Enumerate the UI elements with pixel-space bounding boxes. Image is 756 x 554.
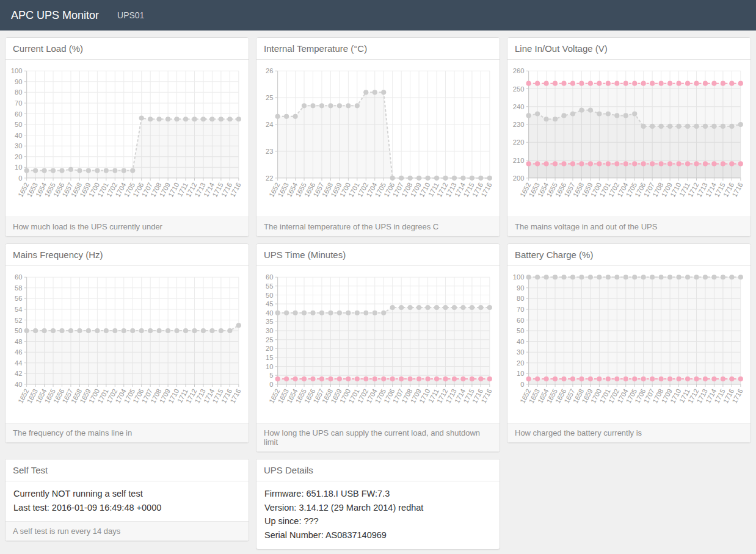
panel-battery-charge: Battery Charge (%) 010203040506070809010… [507,243,751,443]
svg-text:48: 48 [15,338,22,345]
panel-title-internal-temperature: Internal Temperature (°C) [256,38,500,60]
panel-caption-line-voltage: The mains voltage in and out of the UPS [507,217,751,236]
svg-text:58: 58 [15,284,22,292]
svg-text:250: 250 [513,85,525,93]
svg-text:30: 30 [15,142,22,149]
svg-text:22: 22 [266,174,273,182]
svg-text:0: 0 [18,174,22,182]
panel-caption-internal-temperature: The internal temperature of the UPS in d… [256,217,500,236]
svg-text:70: 70 [517,306,524,313]
app-title: APC UPS Monitor [11,9,99,22]
panel-ups-details: UPS Details Firmware: 651.18.I USB FW:7.… [256,459,500,549]
svg-text:52: 52 [15,317,22,324]
svg-text:80: 80 [517,295,524,303]
svg-text:24: 24 [266,121,273,128]
panel-line-voltage: Line In/Out Voltage (V) 2002102202302402… [507,37,751,237]
mains-frequency-chart: 4042444648505254565860165216531654165516… [8,271,244,423]
svg-text:50: 50 [517,327,524,334]
svg-text:60: 60 [15,273,22,281]
svg-text:46: 46 [15,348,22,356]
svg-text:20: 20 [517,359,524,367]
svg-text:10: 10 [15,164,22,171]
svg-text:90: 90 [15,78,22,85]
ups-details-up-since: Up since: ??? [264,515,492,528]
panel-self-test: Self Test Currently NOT running a self t… [5,459,249,541]
svg-text:15: 15 [266,354,273,361]
panel-caption-self-test: A self test is run every 14 days [5,521,249,541]
panel-caption-ups-time: How long the UPS can supply the current … [256,423,500,451]
svg-text:23: 23 [266,148,273,155]
svg-text:80: 80 [15,88,22,96]
svg-text:70: 70 [15,99,22,107]
panel-title-battery-charge: Battery Charge (%) [507,244,751,266]
ups-details-firmware: Firmware: 651.18.I USB FW:7.3 [264,487,492,500]
svg-text:100: 100 [513,273,525,281]
svg-text:40: 40 [266,309,273,317]
panel-body: 4042444648505254565860165216531654165516… [5,266,249,423]
svg-text:20: 20 [266,345,273,353]
line-voltage-chart: 2002102202302402502601652165316541655165… [510,65,746,217]
panel-mains-frequency: Mains Frequency (Hz) 4042444648505254565… [5,243,249,443]
ups-details-body: Firmware: 651.18.I USB FW:7.3 Version: 3… [256,481,500,549]
svg-text:50: 50 [15,121,22,128]
svg-text:30: 30 [517,348,524,356]
svg-text:10: 10 [266,363,273,370]
panel-body: 0510152025303540455055601652165316541655… [256,266,500,423]
nav-item-ups01[interactable]: UPS01 [117,10,144,20]
svg-text:10: 10 [517,370,524,378]
panel-body: 2002102202302402502601652165316541655165… [507,60,751,217]
panel-title-mains-frequency: Mains Frequency (Hz) [5,244,249,266]
svg-text:35: 35 [266,318,273,326]
svg-text:60: 60 [517,317,524,324]
svg-text:200: 200 [513,174,525,182]
svg-text:0: 0 [520,381,524,388]
svg-text:20: 20 [15,153,22,160]
svg-text:45: 45 [266,300,273,308]
panel-title-self-test: Self Test [5,459,249,481]
svg-text:240: 240 [513,103,525,110]
page-footer: Theme built with ♥ by Keen IO [0,550,756,554]
internal-temperature-chart: 2223242526165216531654165516561657165816… [259,65,495,217]
svg-text:55: 55 [266,282,273,290]
panel-current-load: Current Load (%) 01020304050607080901001… [5,37,249,237]
svg-text:40: 40 [517,338,524,345]
panel-title-ups-time: UPS Time (Minutes) [256,244,500,266]
panel-title-ups-details: UPS Details [256,459,500,481]
ups-details-version: Version: 3.14.12 (29 March 2014) redhat [264,502,492,514]
svg-text:25: 25 [266,94,273,101]
svg-text:50: 50 [15,327,22,334]
svg-text:40: 40 [15,381,22,388]
panel-ups-time: UPS Time (Minutes) 051015202530354045505… [256,243,500,452]
navbar: APC UPS Monitor UPS01 [0,0,756,31]
svg-text:210: 210 [513,157,525,164]
panel-body: 0102030405060708090100165216531654165516… [507,266,751,423]
ups-details-serial-number: Serial Number: AS0837140969 [264,529,492,542]
self-test-body: Currently NOT running a self test Last t… [5,481,249,521]
svg-text:50: 50 [266,292,273,299]
svg-text:260: 260 [513,67,525,74]
svg-text:26: 26 [266,67,273,74]
panel-caption-battery-charge: How charged the battery currently is [507,423,751,442]
panel-title-current-load: Current Load (%) [5,38,249,60]
current-load-chart: 0102030405060708090100165216531654165516… [8,65,244,217]
svg-text:230: 230 [513,121,525,128]
panel-body: 2223242526165216531654165516561657165816… [256,60,500,217]
panel-caption-current-load: How much load is the UPS currently under [5,217,249,236]
panel-body: 0102030405060708090100165216531654165516… [5,60,249,217]
svg-text:60: 60 [266,273,273,281]
self-test-status: Currently NOT running a self test [13,487,241,500]
svg-text:90: 90 [517,284,524,292]
svg-text:30: 30 [266,327,273,334]
svg-text:56: 56 [15,295,22,303]
svg-text:54: 54 [15,306,22,313]
svg-text:25: 25 [266,336,273,344]
svg-text:60: 60 [15,110,22,118]
panel-internal-temperature: Internal Temperature (°C) 22232425261652… [256,37,500,237]
battery-charge-chart: 0102030405060708090100165216531654165516… [510,271,746,423]
svg-text:220: 220 [513,138,525,146]
svg-text:42: 42 [15,370,22,378]
self-test-last-run: Last test: 2016-01-09 16:49:48 +0000 [13,502,241,514]
svg-text:0: 0 [269,381,273,388]
svg-text:44: 44 [15,359,22,367]
svg-text:100: 100 [11,67,23,74]
